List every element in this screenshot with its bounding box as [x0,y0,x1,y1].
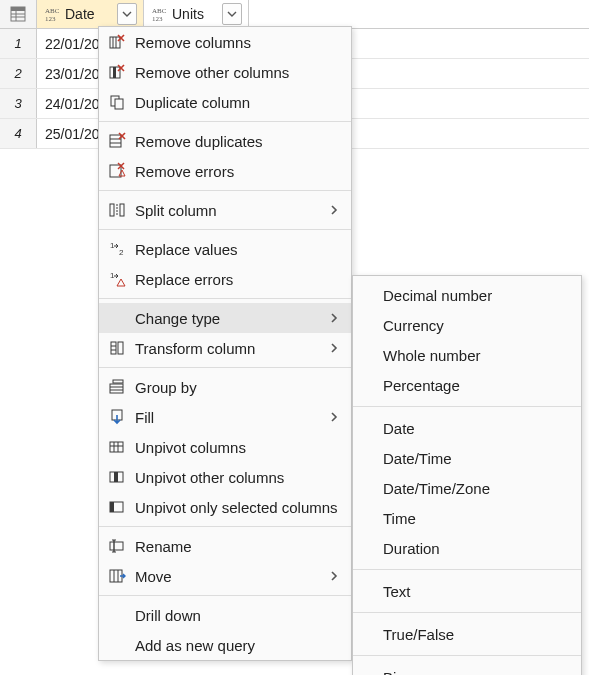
replace-errors-icon: 1 [107,269,127,289]
ctx-label: Duplicate column [135,94,250,111]
split-column-icon [107,200,127,220]
ctx-label: Rename [135,538,192,555]
column-filter-dropdown[interactable] [222,3,242,25]
column-header-date[interactable]: ABC 123 Date [37,0,144,28]
ctx-label: Move [135,568,172,585]
ctx-separator [99,229,351,230]
sub-time[interactable]: Time [353,503,581,533]
ctx-drill-down[interactable]: Drill down [99,600,351,630]
column-context-menu: Remove columns Remove other columns Dupl… [98,26,352,661]
ctx-fill[interactable]: Fill [99,402,351,432]
sub-datetime[interactable]: Date/Time [353,443,581,473]
ctx-label: Transform column [135,340,255,357]
ctx-move[interactable]: Move [99,561,351,591]
chevron-right-icon [329,203,339,217]
sub-separator [353,655,581,656]
ctx-separator [99,298,351,299]
sub-datetimezone[interactable]: Date/Time/Zone [353,473,581,503]
svg-text:ABC: ABC [152,7,167,15]
ctx-remove-columns[interactable]: Remove columns [99,27,351,57]
sub-label: True/False [383,626,454,643]
sub-separator [353,569,581,570]
any-type-icon: ABC 123 [43,5,61,23]
svg-rect-30 [120,204,124,216]
sub-label: Duration [383,540,440,557]
svg-text:123: 123 [152,15,163,23]
ctx-remove-other-columns[interactable]: Remove other columns [99,57,351,87]
ctx-duplicate-column[interactable]: Duplicate column [99,87,351,117]
svg-text:2: 2 [119,248,124,257]
ctx-transform-column[interactable]: Transform column [99,333,351,363]
remove-other-columns-icon [107,62,127,82]
sub-true-false[interactable]: True/False [353,619,581,649]
ctx-group-by[interactable]: Group by [99,372,351,402]
move-icon [107,566,127,586]
sub-label: Binary [383,669,426,676]
any-type-icon: ABC 123 [150,5,168,23]
sub-decimal-number[interactable]: Decimal number [353,280,581,310]
sub-duration[interactable]: Duration [353,533,581,563]
svg-rect-9 [110,37,120,48]
sub-label: Date [383,420,415,437]
ctx-label: Unpivot only selected columns [135,499,338,516]
ctx-label: Drill down [135,607,201,624]
sub-whole-number[interactable]: Whole number [353,340,581,370]
sub-label: Percentage [383,377,460,394]
row-number[interactable]: 4 [0,119,37,148]
ctx-separator [99,595,351,596]
sub-binary[interactable]: Binary [353,662,581,675]
ctx-label: Split column [135,202,217,219]
svg-rect-45 [110,442,123,452]
remove-duplicates-icon [107,131,127,151]
column-header-units[interactable]: ABC 123 Units [144,0,249,28]
ctx-unpivot-other-columns[interactable]: Unpivot other columns [99,462,351,492]
unpivot-other-columns-icon [107,467,127,487]
ctx-unpivot-columns[interactable]: Unpivot columns [99,432,351,462]
column-headers: ABC 123 Date ABC 123 Units [0,0,589,29]
ctx-separator [99,121,351,122]
ctx-label: Remove errors [135,163,234,180]
sub-text[interactable]: Text [353,576,581,606]
ctx-separator [99,367,351,368]
sub-label: Date/Time/Zone [383,480,490,497]
ctx-split-column[interactable]: Split column [99,195,351,225]
svg-rect-43 [113,380,123,383]
svg-marker-26 [119,170,125,176]
remove-errors-icon [107,161,127,181]
table-corner-icon[interactable] [0,0,37,28]
duplicate-column-icon [107,92,127,112]
unpivot-columns-icon [107,437,127,457]
ctx-label: Fill [135,409,154,426]
svg-rect-19 [115,99,123,109]
sub-currency[interactable]: Currency [353,310,581,340]
ctx-unpivot-only-selected[interactable]: Unpivot only selected columns [99,492,351,522]
sub-label: Time [383,510,416,527]
ctx-label: Replace errors [135,271,233,288]
sub-date[interactable]: Date [353,413,581,443]
svg-rect-37 [118,342,123,354]
row-number[interactable]: 3 [0,89,37,118]
column-filter-dropdown[interactable] [117,3,137,25]
sub-percentage[interactable]: Percentage [353,370,581,400]
chevron-right-icon [329,569,339,583]
ctx-replace-errors[interactable]: 1 Replace errors [99,264,351,294]
ctx-label: Remove columns [135,34,251,51]
ctx-rename[interactable]: Rename [99,531,351,561]
ctx-remove-errors[interactable]: Remove errors [99,156,351,186]
svg-rect-1 [11,7,25,11]
sub-label: Decimal number [383,287,492,304]
row-number[interactable]: 1 [0,29,37,58]
ctx-add-as-new-query[interactable]: Add as new query [99,630,351,660]
ctx-change-type[interactable]: Change type [99,303,351,333]
ctx-remove-duplicates[interactable]: Remove duplicates [99,126,351,156]
sub-label: Whole number [383,347,481,364]
ctx-label: Unpivot columns [135,439,246,456]
row-number[interactable]: 2 [0,59,37,88]
column-header-label: Units [172,6,218,22]
svg-rect-15 [113,67,116,78]
ctx-label: Change type [135,310,220,327]
ctx-replace-values[interactable]: 1 2 Replace values [99,234,351,264]
column-header-label: Date [65,6,113,22]
change-type-submenu: Decimal number Currency Whole number Per… [352,275,582,675]
replace-values-icon: 1 2 [107,239,127,259]
